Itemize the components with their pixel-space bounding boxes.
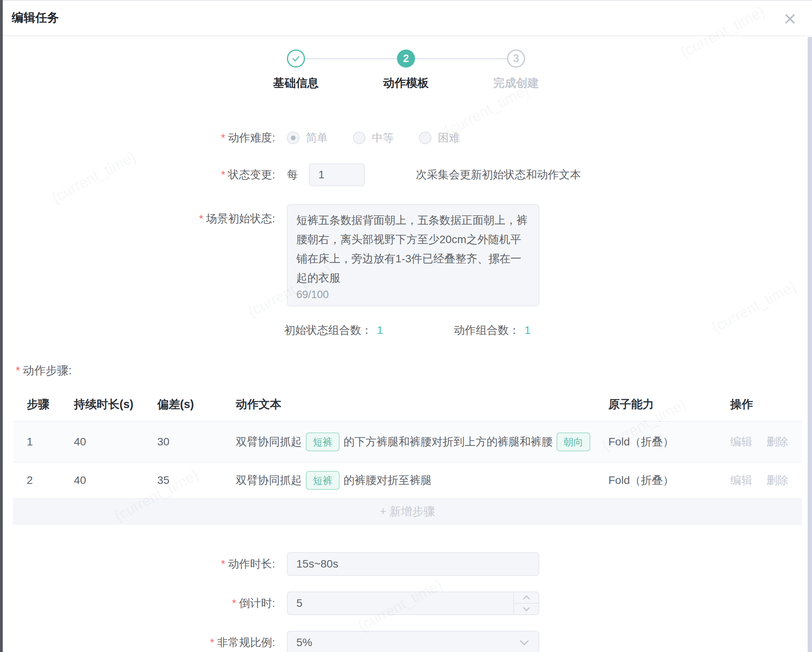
action-duration-label: *动作时长: [0,557,275,571]
table-header-row: 步骤 持续时长(s) 偏差(s) 动作文本 原子能力 操作 [13,388,802,422]
dialog-title: 编辑任务 [12,10,59,26]
state-change-value: 1 [318,168,325,181]
action-text-part: 的裤腰对折至裤腿 [344,473,432,488]
orientation-tag: 朝向 [557,432,590,451]
action-duration-input[interactable]: 15s~80s [287,552,539,576]
action-duration-value: 15s~80s [296,558,338,570]
difficulty-label: *动作难度: [0,130,275,145]
required-mark: * [199,212,203,225]
radio-label-hard: 困难 [438,130,460,145]
dialog-body: 基础信息 2 动作模板 3 完成创建 *动作难度: 简单 中等 困难 [0,49,812,652]
action-text-part: 双臂协同抓起 [236,434,302,449]
required-mark: * [221,168,225,181]
cell-step: 1 [27,436,74,448]
decrease-button[interactable] [514,604,538,614]
step-3-circle: 3 [507,49,525,68]
cell-deviation: 35 [157,474,236,487]
countdown-label: *倒计时: [0,596,275,611]
difficulty-row: *动作难度: 简单 中等 困难 [0,130,812,145]
chevron-down-icon [520,637,529,646]
countdown-row: *倒计时: 5 [0,592,812,615]
required-mark: * [221,132,225,144]
unusual-ratio-select[interactable]: 5% [287,631,539,652]
cell-action-text: 双臂协同抓起 短裤 的裤腰对折至裤腿 [236,471,608,490]
action-text-part: 双臂协同抓起 [236,473,302,488]
initial-combo-label: 初始状态组合数： [284,323,372,338]
radio-circle-hard [419,132,432,144]
cell-atomic-ability: Fold（折叠） [608,473,730,488]
step-basic-info: 基础信息 [241,49,351,91]
scrollbar[interactable] [808,37,812,652]
radio-label-easy: 简单 [306,130,328,145]
add-step-label: + 新增步骤 [380,504,435,520]
difficulty-radio-group: 简单 中等 困难 [287,130,485,145]
unusual-ratio-row: *非常规比例: 5% [0,631,812,652]
unusual-ratio-value: 5% [296,636,312,649]
countdown-value: 5 [296,597,303,610]
background-top-edge [0,0,812,1]
cell-atomic-ability: Fold（折叠） [608,434,730,449]
check-icon [291,53,301,64]
required-mark: * [210,636,214,648]
increase-button[interactable] [514,592,538,604]
step-finish-create: 3 完成创建 [461,49,571,91]
chevron-up-icon [523,595,530,602]
radio-label-medium: 中等 [372,130,394,145]
initial-state-textarea[interactable]: 短裤五条数据背面朝上，五条数据正面朝上，裤腰朝右，离头部视野下方至少20cm之外… [287,204,539,306]
step-3-label: 完成创建 [493,75,539,91]
radio-circle-easy [287,132,299,144]
cell-duration: 40 [74,436,157,448]
object-tag: 短裤 [306,432,340,451]
object-tag: 短裤 [306,471,340,490]
edit-link[interactable]: 编辑 [730,473,752,488]
action-combo-value: 1 [525,324,531,337]
countdown-input[interactable]: 5 [287,592,539,615]
number-spinner [513,592,538,614]
delete-link[interactable]: 删除 [766,434,788,449]
step-1-label: 基础信息 [273,75,319,91]
initial-state-label: *场景初始状态: [0,204,275,226]
step-1-circle [287,49,305,68]
action-duration-row: *动作时长: 15s~80s [0,552,812,576]
edit-link[interactable]: 编辑 [730,434,752,449]
state-change-label: *状态变更: [0,167,275,182]
stepper: 基础信息 2 动作模板 3 完成创建 [241,49,571,91]
chevron-down-icon [523,604,530,611]
step-action-template: 2 动作模板 [351,49,461,91]
close-button[interactable] [781,10,799,27]
required-mark: * [16,364,20,377]
required-mark: * [221,558,225,570]
action-text-part: 的下方裤腿和裤腰对折到上方的裤腿和裤腰 [344,434,553,449]
table-row: 2 40 35 双臂协同抓起 短裤 的裤腰对折至裤腿 Fold（折叠） 编辑 删… [13,463,802,499]
action-steps-table: 步骤 持续时长(s) 偏差(s) 动作文本 原子能力 操作 1 40 30 双臂… [13,388,802,525]
cell-operations: 编辑 删除 [730,434,800,449]
background-left-edge [0,0,3,652]
cell-deviation: 30 [157,436,236,448]
step-2-label: 动作模板 [383,75,429,91]
delete-link[interactable]: 删除 [766,473,788,488]
table-row: 1 40 30 双臂协同抓起 短裤 的下方裤腿和裤腰对折到上方的裤腿和裤腰 朝向… [13,422,802,463]
step-2-circle: 2 [397,49,415,68]
radio-circle-medium [353,132,366,144]
radio-easy[interactable]: 简单 [287,130,328,145]
action-steps-section-label: *动作步骤: [16,363,812,379]
header-deviation: 偏差(s) [157,397,236,412]
unusual-ratio-label: *非常规比例: [0,635,275,650]
add-step-button[interactable]: + 新增步骤 [13,499,802,525]
initial-combo-value: 1 [377,324,383,337]
radio-medium[interactable]: 中等 [353,130,394,145]
cell-step: 2 [27,474,74,487]
state-change-row: *状态变更: 每 1 次采集会更新初始状态和动作文本 [0,163,812,186]
header-step: 步骤 [27,397,74,412]
initial-state-row: *场景初始状态: 短裤五条数据背面朝上，五条数据正面朝上，裤腰朝右，离头部视野下… [0,204,812,306]
dialog-header: 编辑任务 [0,0,812,36]
state-change-suffix: 次采集会更新初始状态和动作文本 [416,167,581,182]
initial-state-value: 短裤五条数据背面朝上，五条数据正面朝上，裤腰朝右，离头部视野下方至少20cm之外… [296,211,530,288]
char-counter: 69/100 [296,289,329,301]
header-action-text: 动作文本 [236,397,608,412]
state-change-input[interactable]: 1 [309,163,365,186]
header-duration: 持续时长(s) [74,397,157,412]
action-combo-label: 动作组合数： [454,323,520,338]
radio-hard[interactable]: 困难 [419,130,460,145]
combo-counts-row: 初始状态组合数： 1 动作组合数： 1 [284,323,812,338]
